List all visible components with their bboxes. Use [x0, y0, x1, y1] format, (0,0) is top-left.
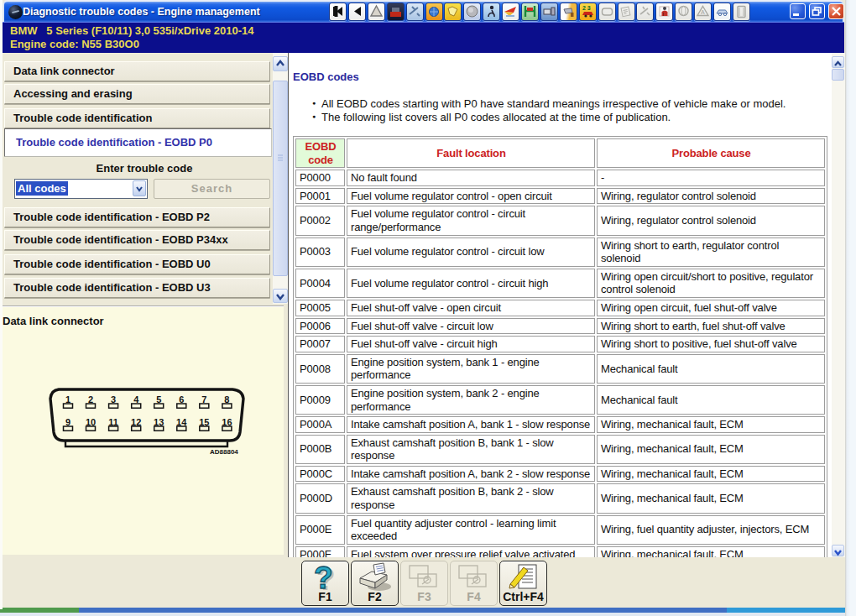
- svg-text:6: 6: [179, 394, 184, 405]
- svg-text:1: 1: [65, 394, 70, 405]
- svg-text:14: 14: [176, 417, 187, 427]
- svg-text:7: 7: [201, 394, 206, 405]
- svg-text:2 3: 2 3: [582, 5, 591, 11]
- svg-text:9: 9: [65, 417, 70, 427]
- svg-text:4: 4: [133, 394, 139, 405]
- svg-text:2: 2: [88, 394, 93, 405]
- svg-text:12: 12: [131, 417, 141, 427]
- svg-text:13: 13: [154, 417, 164, 427]
- svg-text:16: 16: [222, 417, 232, 427]
- svg-text:8: 8: [224, 394, 229, 405]
- svg-text:15: 15: [199, 417, 209, 427]
- svg-text:11: 11: [108, 417, 118, 427]
- svg-text:AD88804: AD88804: [210, 448, 238, 456]
- svg-text:3: 3: [111, 394, 116, 405]
- svg-text:5: 5: [156, 394, 161, 405]
- svg-text:?: ?: [314, 562, 333, 593]
- svg-text:A: A: [701, 9, 705, 15]
- svg-text:10: 10: [86, 417, 96, 427]
